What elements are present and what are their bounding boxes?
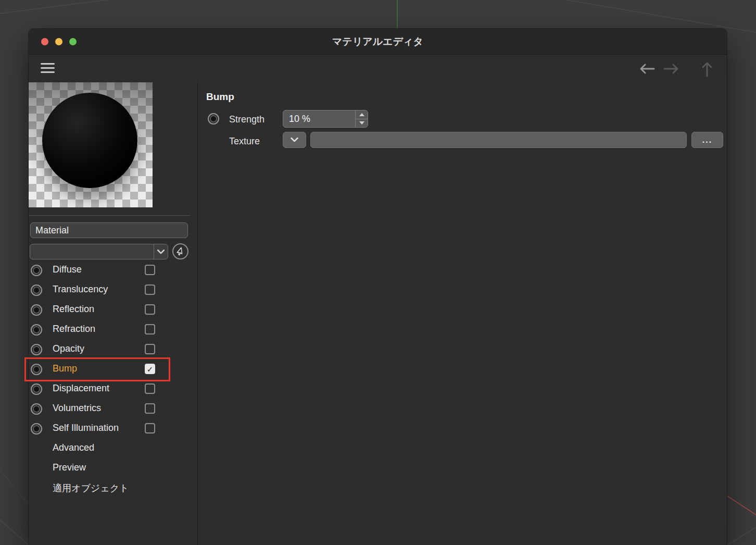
channel-checkbox[interactable] [145,265,155,275]
forward-icon[interactable] [663,63,680,75]
channel-filter-select[interactable] [30,244,168,259]
sidebar-item-advanced[interactable]: Advanced [29,439,197,459]
strength-value[interactable]: 10 % [283,110,355,127]
channel-row-translucency[interactable]: Translucency [29,280,197,300]
channel-radio[interactable] [31,324,42,336]
channel-radio[interactable] [31,344,42,355]
channel-radio[interactable] [31,403,42,415]
channel-checkbox[interactable] [145,344,155,354]
stepper [355,110,368,127]
sidebar-divider [29,215,191,216]
preview-sphere [42,93,137,188]
chevron-down-icon [291,138,298,142]
channel-row-bump[interactable]: Bump [29,360,197,379]
pick-cursor-icon [175,246,186,257]
window-title: マテリアルエディタ [29,29,727,54]
toolbar [29,55,727,82]
channel-checkbox[interactable] [145,403,155,414]
chevron-down-icon [154,244,168,259]
sidebar: Diffuse Translucency Reflection Refracti… [29,82,197,545]
titlebar[interactable]: マテリアルエディタ [29,29,727,55]
history-nav [638,60,713,77]
channel-row-diffuse[interactable]: Diffuse [29,261,197,280]
channel-row-volumetrics[interactable]: Volumetrics [29,399,197,419]
stepper-down-icon[interactable] [356,119,368,128]
page-title: Bump [206,91,234,103]
material-editor-window: マテリアルエディタ [29,29,727,545]
up-icon[interactable] [701,60,713,77]
material-preview[interactable] [29,82,153,207]
channel-row-displacement[interactable]: Displacement [29,379,197,399]
channel-row-opacity[interactable]: Opacity [29,340,197,360]
strength-label: Strength [229,114,264,125]
channel-row-self-illumination[interactable]: Self Illumination [29,419,197,439]
channel-radio[interactable] [31,364,42,375]
channel-list: Diffuse Translucency Reflection Refracti… [29,261,197,498]
bump-panel: Bump Strength 10 % Texture ... [198,82,727,545]
channel-checkbox[interactable] [145,304,155,315]
material-name-input[interactable] [30,222,188,238]
channel-radio[interactable] [31,423,42,435]
channel-checkbox[interactable] [145,423,155,433]
menu-icon[interactable] [41,63,55,73]
strength-animation-radio[interactable] [208,113,219,125]
channel-radio[interactable] [31,304,42,316]
channel-row-reflection[interactable]: Reflection [29,300,197,320]
texture-path-field[interactable] [310,132,687,148]
channel-radio[interactable] [31,383,42,395]
channel-radio[interactable] [31,265,42,276]
texture-label: Texture [229,136,260,147]
channel-row-refraction[interactable]: Refraction [29,320,197,340]
texture-browse-button[interactable]: ... [691,132,723,148]
channel-checkbox[interactable] [145,284,155,295]
back-icon[interactable] [638,63,655,75]
channel-checkbox[interactable] [145,324,155,335]
channel-checkbox[interactable] [145,383,155,394]
sidebar-item-assigned-objects[interactable]: 適用オブジェクト [29,478,197,498]
sidebar-item-preview[interactable]: Preview [29,459,197,478]
strength-input[interactable]: 10 % [283,110,368,128]
pick-object-button[interactable] [172,243,188,259]
channel-radio[interactable] [31,284,42,296]
channel-checkbox-checked[interactable] [145,364,155,374]
stepper-up-icon[interactable] [356,110,368,119]
texture-dropdown-button[interactable] [283,132,306,148]
